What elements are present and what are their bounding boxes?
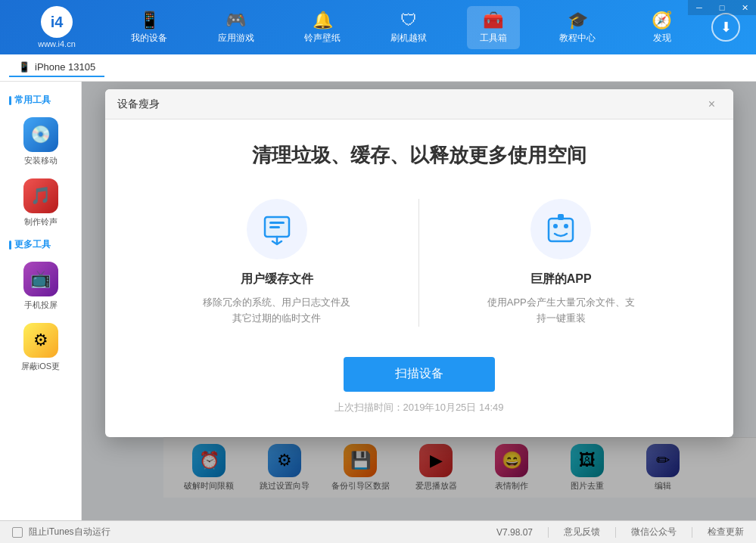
user-cache-title: 用户缓存文件 [241, 272, 313, 287]
download-button[interactable]: ⬇ [711, 13, 740, 42]
feature-user-cache: 用户缓存文件 移除冗余的系统、用户日志文件及其它过期的临时文件 [135, 199, 419, 327]
section-more-tools: 更多工具 [0, 234, 81, 256]
feature-big-apps: 巨胖的APP 使用APP会产生大量冗余文件、支持一键重装 [419, 199, 703, 327]
nav-apps-games[interactable]: 🎮 应用游戏 [207, 6, 265, 49]
nav-discover-label: 发现 [653, 32, 671, 45]
itunes-label: 阻止iTunes自动运行 [29, 526, 110, 538]
svg-point-4 [553, 224, 558, 228]
scan-device-button[interactable]: 扫描设备 [344, 357, 495, 392]
hide-ios-icon: ⚙ [23, 323, 58, 358]
sidebar-install-label: 安装移动 [3, 155, 78, 166]
device-tab-icon: 📱 [18, 61, 30, 73]
mirror-icon: 📺 [23, 262, 58, 296]
nav-right: ⬇ [703, 13, 748, 42]
status-right: V7.98.07 意见反馈 微信公众号 检查更新 [496, 526, 744, 538]
modal-overlay: 设备瘦身 × 清理垃圾、缓存、以释放更多使用空间 [82, 82, 756, 520]
feedback-link[interactable]: 意见反馈 [564, 526, 600, 538]
big-apps-desc: 使用APP会产生大量冗余文件、支持一键重装 [485, 295, 636, 327]
scan-btn-wrap: 扫描设备 上次扫描时间：2019年10月25日 14:49 [135, 357, 703, 414]
nav-discover[interactable]: 🧭 发现 [636, 6, 689, 49]
nav-my-device[interactable]: 📱 我的设备 [120, 6, 178, 49]
device-slim-modal: 设备瘦身 × 清理垃圾、缓存、以释放更多使用空间 [105, 89, 733, 437]
apps-icon: 🎮 [226, 11, 246, 30]
status-bar: 阻止iTunes自动运行 V7.98.07 意见反馈 微信公众号 检查更新 [0, 520, 756, 543]
wechat-link[interactable]: 微信公众号 [631, 526, 677, 538]
sidebar-ringtone-label: 制作铃声 [3, 216, 78, 228]
big-apps-icon [530, 199, 591, 259]
svg-rect-6 [558, 214, 564, 220]
nav-tutorials[interactable]: 🎓 教程中心 [549, 6, 606, 49]
user-cache-desc: 移除冗余的系统、用户日志文件及其它过期的临时文件 [201, 295, 353, 327]
ringtone-icon: 🔔 [313, 11, 333, 30]
logo-area: i4 www.i4.cn [8, 6, 106, 48]
top-nav: ─ □ ✕ i4 www.i4.cn 📱 我的设备 🎮 应用游戏 🔔 铃声壁纸 … [0, 0, 756, 54]
ringtone-make-icon: 🎵 [23, 178, 58, 213]
sidebar: 常用工具 💿 安装移动 🎵 制作铃声 更多工具 📺 手机投屏 ⚙ 屏蔽iOS更 [0, 82, 82, 520]
discover-icon: 🧭 [652, 11, 672, 30]
svg-point-5 [564, 224, 568, 228]
nav-items: 📱 我的设备 🎮 应用游戏 🔔 铃声壁纸 🛡 刷机越狱 🧰 工具箱 🎓 教程中心… [106, 6, 703, 49]
modal-title: 设备瘦身 [117, 98, 160, 111]
itunes-checkbox[interactable] [12, 527, 23, 538]
second-bar: 📱 iPhone 13105 [0, 54, 756, 82]
svg-rect-3 [549, 219, 573, 241]
nav-jailbreak-label: 刷机越狱 [390, 32, 427, 45]
nav-tools-label: 工具箱 [480, 32, 507, 45]
last-scan-text: 上次扫描时间：2019年10月25日 14:49 [334, 401, 504, 414]
logo-subtitle: www.i4.cn [38, 39, 76, 48]
sidebar-item-ringtone[interactable]: 🎵 制作铃声 [0, 172, 81, 234]
nav-ringtone[interactable]: 🔔 铃声壁纸 [294, 6, 351, 49]
update-link[interactable]: 检查更新 [708, 526, 744, 538]
modal-header: 设备瘦身 × [105, 89, 733, 119]
window-controls: ─ □ ✕ [688, 0, 756, 15]
divider-1 [548, 527, 549, 538]
svg-rect-1 [269, 222, 285, 224]
status-left: 阻止iTunes自动运行 [12, 526, 481, 538]
divider-2 [615, 527, 616, 538]
modal-close-button[interactable]: × [703, 95, 721, 113]
nav-tools[interactable]: 🧰 工具箱 [467, 6, 520, 49]
main-layout: 常用工具 💿 安装移动 🎵 制作铃声 更多工具 📺 手机投屏 ⚙ 屏蔽iOS更 … [0, 82, 756, 520]
win-restore[interactable]: □ [711, 0, 733, 15]
version-text: V7.98.07 [496, 527, 533, 538]
section-common-tools: 常用工具 [0, 89, 81, 111]
nav-ringtone-label: 铃声壁纸 [304, 32, 341, 45]
modal-body: 清理垃圾、缓存、以释放更多使用空间 用户缓存 [105, 119, 733, 437]
device-tab-label: iPhone 13105 [35, 61, 95, 73]
user-cache-icon [247, 199, 307, 259]
tutorials-icon: 🎓 [568, 11, 588, 30]
nav-tutorials-label: 教程中心 [559, 32, 596, 45]
sidebar-item-mirror[interactable]: 📺 手机投屏 [0, 256, 81, 317]
sidebar-mirror-label: 手机投屏 [3, 299, 78, 311]
content-area: 设备瘦身 × 清理垃圾、缓存、以释放更多使用空间 [82, 82, 756, 520]
nav-my-device-label: 我的设备 [131, 32, 167, 45]
win-minimize[interactable]: ─ [688, 0, 711, 15]
divider-3 [692, 527, 692, 538]
svg-rect-2 [269, 226, 280, 228]
logo-icon: i4 [41, 6, 73, 38]
nav-jailbreak[interactable]: 🛡 刷机越狱 [380, 6, 437, 49]
modal-headline: 清理垃圾、缓存、以释放更多使用空间 [135, 142, 703, 169]
sidebar-item-hide-ios[interactable]: ⚙ 屏蔽iOS更 [0, 317, 81, 378]
device-icon: 📱 [139, 11, 160, 30]
big-apps-title: 巨胖的APP [530, 272, 592, 287]
win-close[interactable]: ✕ [733, 0, 756, 15]
jailbreak-icon: 🛡 [400, 11, 417, 30]
sidebar-hide-ios-label: 屏蔽iOS更 [3, 361, 78, 372]
feature-row: 用户缓存文件 移除冗余的系统、用户日志文件及其它过期的临时文件 [135, 199, 703, 327]
install-icon: 💿 [23, 117, 58, 152]
tools-icon: 🧰 [483, 11, 503, 30]
device-tab[interactable]: 📱 iPhone 13105 [9, 58, 104, 77]
nav-apps-label: 应用游戏 [218, 32, 254, 45]
sidebar-item-install[interactable]: 💿 安装移动 [0, 111, 81, 172]
